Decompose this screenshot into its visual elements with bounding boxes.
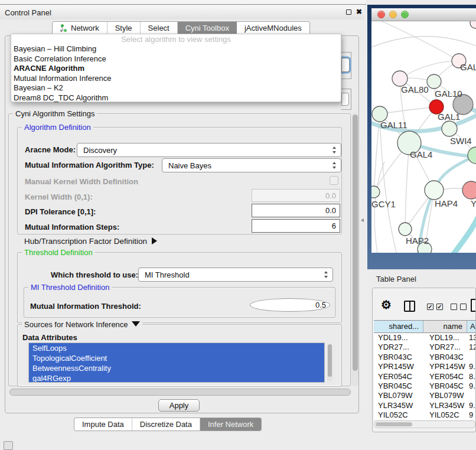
which-threshold-combobox[interactable]: MI Threshold	[138, 268, 333, 282]
node-label: GAL	[460, 62, 476, 72]
network-window-titlebar[interactable]	[371, 8, 476, 21]
aracne-mode-combobox[interactable]: Discovery	[77, 143, 341, 157]
stepper-icon	[332, 162, 337, 169]
node-swi4[interactable]	[442, 121, 457, 136]
tab-style[interactable]: Style	[107, 22, 141, 34]
scrollbar-thumb[interactable]	[328, 344, 332, 377]
dropdown-item[interactable]: Bayesian – K2	[11, 83, 341, 93]
dropdown-item[interactable]: Mutual Information Inference	[11, 74, 341, 84]
cell-value: 9.	[467, 401, 476, 410]
node-salmon[interactable]	[462, 181, 476, 199]
tab-select[interactable]: Select	[141, 22, 178, 34]
table-horizontal-scrollbar[interactable]	[374, 420, 475, 428]
export-table-icon[interactable]	[471, 299, 476, 312]
mi-steps-field[interactable]	[252, 219, 340, 233]
which-threshold-label: Which threshold to use:	[51, 270, 138, 279]
settings-vertical-scrollbar[interactable]	[351, 113, 358, 386]
table-row[interactable]: YER054CYER054C8.	[374, 372, 476, 381]
float-window-icon[interactable]	[346, 9, 351, 15]
tab-network[interactable]: Network	[53, 22, 107, 34]
data-combobox-fragment[interactable]	[341, 93, 349, 106]
gear-icon[interactable]: ⚙	[381, 298, 392, 312]
node-label: Y	[471, 198, 476, 208]
deselect-all-checkbox-icon[interactable]	[460, 304, 467, 310]
cell-value: 9.	[467, 381, 476, 391]
minimize-traffic-light[interactable]	[389, 11, 397, 18]
column-header-partial[interactable]: A	[467, 321, 476, 332]
network-tab-icon	[60, 24, 68, 32]
tab-cyni-toolbox[interactable]: Cyni Toolbox	[178, 22, 237, 34]
split-columns-icon[interactable]	[404, 301, 415, 312]
table-row[interactable]: YIL052CYIL052C9	[374, 410, 476, 420]
minimized-panel-icon[interactable]	[4, 441, 13, 450]
cyni-bottom-tabbar: Impute Data Discretize Data Infer Networ…	[74, 418, 262, 431]
table-row[interactable]: YDL19...YDL19...13	[374, 333, 476, 343]
algorithm-dropdown-popup: Select algorithm to view settings Bayesi…	[11, 34, 341, 102]
algorithm-combobox-fragment[interactable]	[341, 58, 350, 72]
dpi-tolerance-label: DPI Tolerance [0,1]:	[25, 207, 96, 216]
expand-right-icon	[152, 237, 157, 244]
threshold-definition-legend: Threshold Definition	[22, 248, 95, 257]
cell-value: 13	[467, 333, 476, 343]
node-label: HAP4	[435, 198, 458, 208]
tab-infer-network[interactable]: Infer Network	[200, 418, 261, 431]
dropdown-item[interactable]: Bayesian – Hill Climbing	[11, 44, 341, 54]
sources-legend[interactable]: Sources for Network Inference	[22, 320, 142, 329]
cell-shared: YBR043C	[374, 353, 423, 362]
node-hap4[interactable]	[425, 181, 444, 200]
select-all-checkbox-icon[interactable]: ✓	[436, 304, 443, 310]
network-canvas[interactable]: GAL GAL80 GAL10 GAL1 GAL11 SWI4 GAL4 GCY…	[371, 21, 476, 253]
settings-horizontal-scrollbar[interactable]	[9, 389, 351, 396]
cell-shared: YIL052C	[374, 410, 423, 420]
hub-definition-toggle[interactable]: Hub/Transcription Factor Definition	[24, 237, 157, 246]
list-item[interactable]: BetweennessCentrality	[29, 363, 324, 373]
table-row[interactable]: YDR27...YDR27...12	[374, 343, 476, 352]
table-row[interactable]: YBL079WYBL079W	[374, 391, 476, 400]
cell-name: YBL079W	[423, 391, 467, 400]
table-row[interactable]: YBR045CYBR045C9.	[374, 381, 476, 391]
node-partial-top[interactable]	[470, 21, 476, 28]
tab-impute-data[interactable]: Impute Data	[74, 418, 132, 431]
close-icon[interactable]: ✖	[356, 8, 362, 16]
dpi-tolerance-field[interactable]	[252, 204, 340, 217]
mi-algorithm-type-combobox[interactable]: Naive Bayes	[162, 158, 341, 172]
table-row[interactable]: YPR145WYPR145W9.	[374, 362, 476, 371]
dropdown-item[interactable]: Dream8 DC_TDC Algorithm	[11, 93, 341, 103]
tab-impute-data-label: Impute Data	[82, 418, 124, 431]
zoom-traffic-light[interactable]	[401, 11, 409, 18]
deselect-all-checkbox-icon[interactable]	[451, 304, 457, 310]
cell-shared: YBR045C	[374, 381, 423, 391]
mi-threshold-field[interactable]	[250, 298, 330, 312]
node-label: GAL4	[410, 149, 432, 159]
tab-discretize-data[interactable]: Discretize Data	[132, 418, 200, 431]
list-item[interactable]: gal4RGexp	[29, 373, 324, 383]
scrollbar-thumb[interactable]	[376, 422, 412, 426]
list-item[interactable]: SelfLoops	[29, 343, 324, 353]
node-label: GAL80	[401, 84, 429, 94]
list-item[interactable]: TopologicalCoefficient	[29, 353, 324, 363]
table-panel-title: Table Panel	[376, 275, 416, 283]
tab-jactivemnodules[interactable]: jActiveMNodules	[237, 22, 309, 34]
node-gal10[interactable]	[427, 74, 441, 89]
node-gcy1[interactable]	[371, 186, 380, 198]
attr-list-scrollbar[interactable]	[327, 344, 332, 381]
control-panel-tabbar: Network Style Select Cyni Toolbox jActiv…	[52, 21, 310, 35]
mi-threshold-definition-group: MI Threshold Definition Mutual Informati…	[24, 287, 335, 318]
table-row[interactable]: YLR345WYLR345W9.	[374, 401, 476, 410]
table-panel: ⚙ ✓ ✓ shared... name A YDL19...YDL19...1…	[372, 288, 476, 432]
cyni-algorithm-settings-legend: Cyni Algorithm Settings	[13, 109, 97, 118]
mi-steps-label: Mutual Information Steps:	[25, 223, 119, 231]
close-traffic-light[interactable]	[377, 11, 385, 18]
dropdown-item[interactable]: Basic Correlation Inference	[11, 54, 341, 64]
cell-name: YER054C	[423, 372, 467, 381]
column-header-name[interactable]: name	[423, 321, 467, 332]
select-all-checkbox-icon[interactable]: ✓	[427, 304, 433, 310]
dropdown-item-selected[interactable]: ARACNE Algorithm	[11, 64, 341, 74]
table-row[interactable]: YBR043CYBR043C	[374, 353, 476, 362]
scrollbar-thumb[interactable]	[353, 115, 358, 371]
node-hap2[interactable]	[399, 223, 412, 236]
column-header-shared-name[interactable]: shared...	[374, 321, 423, 332]
node-right-green[interactable]	[468, 147, 476, 164]
apply-button[interactable]: Apply	[158, 399, 200, 412]
panel-splitter-grip[interactable]	[360, 217, 365, 224]
